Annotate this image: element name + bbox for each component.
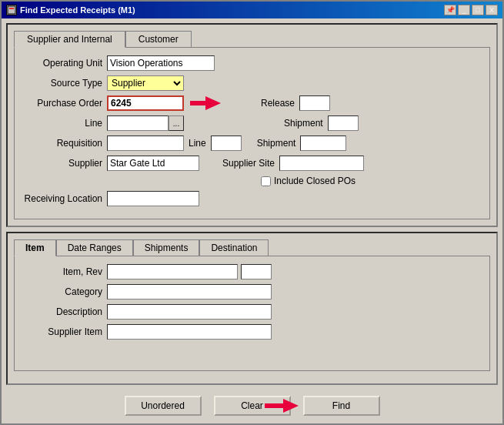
operating-unit-label: Operating Unit (22, 58, 107, 69)
supplier-input[interactable] (107, 156, 199, 171)
line-label-2: Line (189, 138, 206, 149)
supplier-item-row: Supplier Item (22, 324, 482, 340)
main-tabs: Supplier and Internal Customer (14, 31, 490, 47)
find-button[interactable]: Find (303, 396, 380, 416)
source-type-label: Source Type (22, 78, 107, 89)
requisition-row: Requisition Line Shipment (22, 136, 482, 151)
title-bar-left: Find Expected Receipts (M1) (6, 5, 135, 15)
release-input[interactable] (299, 95, 330, 111)
window-content: Supplier and Internal Customer Operating… (2, 18, 502, 423)
line-input-wrapper: ... (107, 115, 184, 131)
category-row: Category (22, 284, 482, 300)
unordered-button[interactable]: Unordered (125, 396, 202, 416)
tab-shipments[interactable]: Shipments (133, 239, 200, 256)
description-row: Description (22, 304, 482, 320)
operating-unit-row: Operating Unit (22, 55, 482, 71)
line-input-2[interactable] (211, 136, 242, 151)
tab-destination[interactable]: Destination (199, 239, 269, 256)
item-tab-content: Item, Rev Category Description Supplier … (14, 256, 490, 371)
tab-item[interactable]: Item (14, 239, 56, 256)
svg-rect-0 (8, 6, 15, 14)
source-type-row: Source Type Supplier Internal (22, 75, 482, 91)
line-input-1[interactable] (107, 115, 169, 131)
release-label: Release (261, 98, 295, 109)
bottom-tabs: Item Date Ranges Shipments Destination (14, 239, 490, 256)
close-button[interactable]: X (486, 5, 498, 15)
supplier-item-label: Supplier Item (22, 326, 107, 337)
supplier-site-input[interactable] (279, 156, 364, 171)
category-input[interactable] (107, 284, 272, 300)
item-rev-input-2[interactable] (241, 264, 272, 279)
shipment-input-2[interactable] (300, 136, 346, 151)
maximize-button[interactable]: □ (472, 5, 484, 15)
requisition-label: Requisition (22, 138, 107, 149)
purchase-order-label: Purchase Order (22, 98, 107, 109)
operating-unit-input[interactable] (107, 55, 215, 71)
tab-supplier[interactable]: Supplier and Internal (14, 31, 125, 48)
app-icon (6, 5, 17, 15)
pin-button[interactable]: 📌 (444, 5, 456, 15)
line-row-1: Line ... Shipment (22, 115, 482, 131)
action-bar: Unordered Clear Find (6, 390, 498, 419)
tab-date-ranges[interactable]: Date Ranges (56, 239, 133, 256)
line-ellipsis-button[interactable]: ... (169, 115, 184, 131)
find-arrow (265, 399, 299, 415)
window-title: Find Expected Receipts (M1) (20, 5, 135, 15)
include-closed-pos-checkbox[interactable] (261, 176, 271, 186)
shipment-input-1[interactable] (328, 115, 359, 131)
receiving-location-input[interactable] (107, 191, 199, 206)
svg-marker-3 (265, 399, 299, 413)
minimize-button[interactable]: _ (458, 5, 470, 15)
supplier-label: Supplier (22, 158, 107, 169)
requisition-input[interactable] (107, 136, 184, 151)
include-closed-pos-label: Include Closed POs (274, 176, 355, 186)
supplier-tab-content: Operating Unit Source Type Supplier Inte… (14, 47, 490, 219)
item-rev-row: Item, Rev (22, 264, 482, 279)
supplier-item-input[interactable] (107, 324, 272, 340)
purchase-order-row: Purchase Order Release (22, 95, 482, 111)
supplier-row: Supplier Supplier Site (22, 156, 482, 171)
receiving-location-label: Receiving Location (22, 193, 107, 204)
item-rev-label: Item, Rev (22, 266, 107, 277)
item-rev-input-1[interactable] (107, 264, 238, 279)
purchase-order-arrow (190, 96, 221, 112)
top-panel: Supplier and Internal Customer Operating… (6, 23, 498, 227)
bottom-panel: Item Date Ranges Shipments Destination I… (6, 232, 498, 385)
include-closed-pos-row: Include Closed POs (261, 176, 482, 186)
source-type-select[interactable]: Supplier Internal (107, 75, 184, 91)
description-input[interactable] (107, 304, 272, 320)
description-label: Description (22, 306, 107, 317)
receiving-location-row: Receiving Location (22, 191, 482, 206)
find-button-wrapper: Find (303, 396, 380, 416)
tab-customer[interactable]: Customer (125, 31, 192, 47)
main-window: Find Expected Receipts (M1) 📌 _ □ X Supp… (0, 0, 504, 425)
line-label-1: Line (22, 118, 107, 129)
supplier-site-label: Supplier Site (222, 158, 275, 169)
shipment-label-2: Shipment (257, 138, 296, 149)
arrow-overlay (107, 95, 184, 111)
purchase-order-input[interactable] (107, 95, 184, 111)
category-label: Category (22, 286, 107, 297)
window-controls: 📌 _ □ X (444, 5, 498, 15)
title-bar: Find Expected Receipts (M1) 📌 _ □ X (2, 2, 502, 18)
shipment-label-1: Shipment (284, 118, 323, 129)
svg-marker-2 (190, 96, 221, 110)
